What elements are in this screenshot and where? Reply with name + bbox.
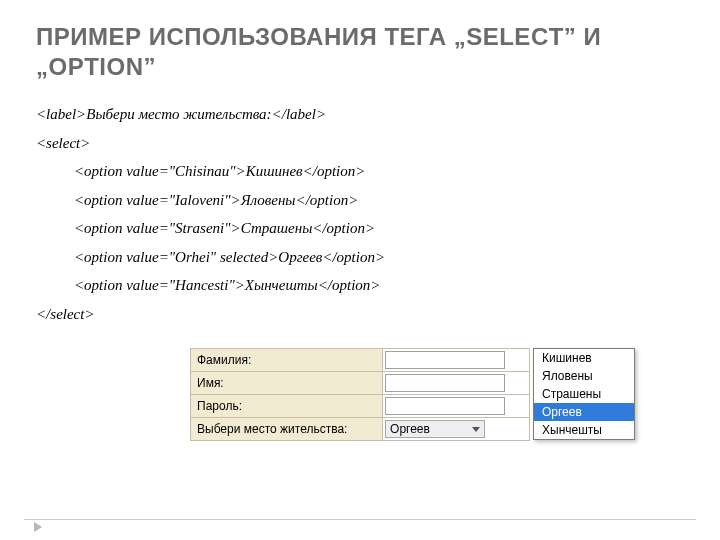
triangle-right-icon xyxy=(34,522,42,532)
dropdown-option[interactable]: Страшены xyxy=(534,385,634,403)
city-select-value: Оргеев xyxy=(390,422,430,436)
code-line: <option value="Hancesti">Хынчешты</optio… xyxy=(36,271,684,300)
name-input[interactable] xyxy=(385,374,505,392)
label-surname: Фамилия: xyxy=(191,349,383,372)
surname-input[interactable] xyxy=(385,351,505,369)
chevron-down-icon xyxy=(470,423,482,435)
cell xyxy=(383,349,530,372)
code-line: <select> xyxy=(36,129,684,158)
code-line: <label>Выбери место жительства:</label> xyxy=(36,100,684,129)
dropdown-option[interactable]: Яловены xyxy=(534,367,634,385)
cell: Оргеев xyxy=(383,418,530,441)
dropdown-option-selected[interactable]: Оргеев xyxy=(534,403,634,421)
cell xyxy=(383,372,530,395)
table-row: Выбери место жительства: Оргеев xyxy=(191,418,530,441)
city-select[interactable]: Оргеев xyxy=(385,420,485,438)
label-password: Пароль: xyxy=(191,395,383,418)
table-row: Фамилия: xyxy=(191,349,530,372)
code-example: <label>Выбери место жительства:</label> … xyxy=(36,100,684,328)
code-line: <option value="Ialoveni">Яловены</option… xyxy=(36,186,684,215)
dropdown-option[interactable]: Кишинев xyxy=(534,349,634,367)
code-line: </select> xyxy=(36,300,684,329)
label-city: Выбери место жительства: xyxy=(191,418,383,441)
demo-preview: Фамилия: Имя: Пароль: Выбери место жител… xyxy=(190,348,530,441)
table-row: Имя: xyxy=(191,372,530,395)
code-line: <option value="Chisinau">Кишинев</option… xyxy=(36,157,684,186)
table-row: Пароль: xyxy=(191,395,530,418)
code-line: <option value="Straseni">Страшены</optio… xyxy=(36,214,684,243)
cell xyxy=(383,395,530,418)
page-title: ПРИМЕР ИСПОЛЬЗОВАНИЯ ТЕГА „SELECT” И „OP… xyxy=(36,22,684,82)
divider xyxy=(24,519,696,520)
demo-form-table: Фамилия: Имя: Пароль: Выбери место жител… xyxy=(190,348,530,441)
code-line: <option value="Orhei" selected>Оргеев</o… xyxy=(36,243,684,272)
slide: ПРИМЕР ИСПОЛЬЗОВАНИЯ ТЕГА „SELECT” И „OP… xyxy=(0,0,720,540)
city-dropdown: Кишинев Яловены Страшены Оргеев Хынчешты xyxy=(533,348,635,440)
dropdown-option[interactable]: Хынчешты xyxy=(534,421,634,439)
password-input[interactable] xyxy=(385,397,505,415)
label-name: Имя: xyxy=(191,372,383,395)
